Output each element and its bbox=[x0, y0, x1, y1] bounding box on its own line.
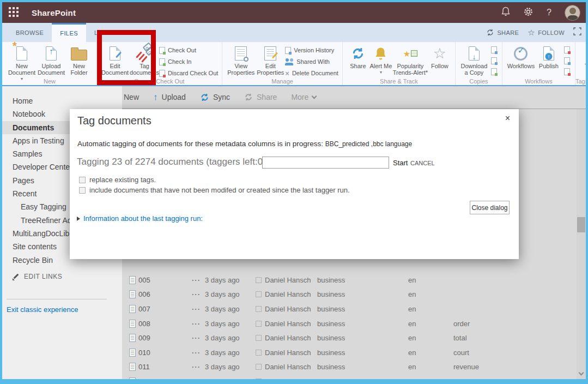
edit-links-button[interactable]: EDIT LINKS bbox=[13, 273, 62, 280]
check-in-button[interactable]: Check In bbox=[159, 57, 218, 67]
tab-library[interactable]: LIBRARY bbox=[86, 23, 130, 42]
table-row[interactable]: 011 ··· 3 days ago Daniel Hansch busines… bbox=[122, 360, 577, 375]
document-icon bbox=[129, 276, 136, 284]
send-copy-icon[interactable] bbox=[491, 68, 497, 75]
tag-documents-button[interactable]: Tag documents bbox=[130, 43, 159, 76]
row-menu-icon[interactable]: ··· bbox=[192, 334, 205, 342]
scrollbar-thumb[interactable] bbox=[577, 217, 585, 232]
follow-button[interactable]: ☆ FOLLOW bbox=[528, 28, 565, 37]
row-menu-icon[interactable]: ··· bbox=[192, 290, 205, 298]
row-checkbox[interactable] bbox=[256, 306, 262, 312]
share-toolbar-button[interactable]: Share bbox=[244, 93, 277, 101]
settings-gear-icon[interactable] bbox=[523, 7, 534, 19]
tab-files[interactable]: FILES bbox=[52, 23, 86, 42]
table-row[interactable]: 020 ··· 3 days ago Daniel Hansch enterta… bbox=[122, 374, 577, 379]
sidebar-divider bbox=[7, 299, 107, 299]
check-out-button[interactable]: Check Out bbox=[159, 45, 218, 55]
row-menu-icon[interactable]: ··· bbox=[192, 305, 205, 313]
row-checkbox[interactable] bbox=[256, 291, 262, 297]
document-icon bbox=[129, 334, 136, 342]
scroll-down-icon[interactable] bbox=[579, 370, 584, 376]
version-history-button[interactable]: Version History bbox=[285, 45, 338, 55]
upload-button[interactable]: ↑ Upload bbox=[153, 93, 186, 102]
alert-me-button[interactable]: Alert Me▾ bbox=[369, 43, 392, 76]
copy-variant-icon[interactable] bbox=[491, 57, 497, 64]
upload-document-icon: ↑ bbox=[46, 46, 57, 61]
row-menu-icon[interactable]: ··· bbox=[192, 349, 205, 357]
new-document-button[interactable]: * New Document▾ bbox=[7, 43, 37, 82]
approve-reject-icon[interactable] bbox=[564, 57, 570, 64]
edit-document-button[interactable]: Edit Document bbox=[100, 43, 130, 76]
app-launcher-icon[interactable] bbox=[9, 7, 20, 18]
cancel-approval-icon[interactable] bbox=[564, 68, 570, 75]
start-button[interactable]: Start bbox=[393, 159, 408, 167]
unpublish-icon[interactable] bbox=[564, 46, 570, 53]
last-tagging-run-link[interactable]: Information about the last tagging run: bbox=[77, 214, 203, 223]
focus-mode-icon[interactable] bbox=[573, 27, 581, 38]
popularity-trends-button[interactable]: ★ Popularity Trends-Alert* bbox=[392, 43, 428, 76]
expand-triangle-icon bbox=[77, 217, 80, 221]
sync-icon bbox=[200, 93, 209, 102]
view-properties-button[interactable]: View Properties bbox=[226, 43, 256, 76]
version-history-icon bbox=[285, 47, 291, 54]
follow-ribbon-button[interactable]: ☆ Follow bbox=[428, 43, 451, 69]
new-folder-button[interactable]: New Folder bbox=[66, 43, 92, 76]
folder-icon bbox=[71, 50, 87, 61]
cancel-button[interactable]: CANCEL bbox=[410, 160, 435, 166]
row-checkbox[interactable] bbox=[256, 364, 262, 370]
table-row[interactable]: 007 ··· 3 days ago Daniel Hansch busines… bbox=[122, 302, 577, 316]
user-avatar[interactable] bbox=[565, 5, 580, 21]
new-button[interactable]: + New bbox=[122, 92, 139, 102]
upload-document-button[interactable]: ↑ Upload Document bbox=[37, 43, 66, 76]
download-copy-icon: ↓ bbox=[469, 46, 480, 61]
table-row[interactable]: 006 ··· 3 days ago Daniel Hansch busines… bbox=[122, 287, 577, 302]
row-checkbox[interactable] bbox=[256, 277, 262, 283]
edit-properties-button[interactable]: Edit Properties bbox=[256, 43, 285, 76]
tags-notes-button[interactable]: Tags & Notes bbox=[579, 43, 588, 76]
shared-with-button[interactable]: Shared With bbox=[285, 57, 338, 67]
caret-down-icon: ▾ bbox=[380, 69, 382, 76]
delete-document-button[interactable]: ×Delete Document bbox=[285, 68, 338, 78]
dialog-progress-columns: BBC_predicted ,bbc language bbox=[325, 140, 412, 148]
notifications-bell-icon[interactable] bbox=[501, 7, 510, 19]
tab-browse[interactable]: BROWSE bbox=[8, 23, 52, 42]
table-row[interactable]: 005 ··· 3 days ago Daniel Hansch busines… bbox=[122, 273, 577, 287]
sidebar-item-home[interactable]: Home bbox=[2, 94, 122, 107]
view-properties-icon bbox=[235, 46, 247, 61]
workflows-button[interactable]: ✓ Workflows bbox=[506, 43, 536, 69]
check-in-icon bbox=[159, 58, 165, 65]
dialog-close-icon[interactable]: × bbox=[505, 113, 510, 123]
share-ribbon-button[interactable]: Share bbox=[347, 43, 369, 69]
row-menu-icon[interactable]: ··· bbox=[192, 320, 205, 328]
discard-check-out-button[interactable]: Discard Check Out bbox=[159, 68, 218, 78]
help-icon[interactable]: ? bbox=[547, 8, 551, 17]
row-menu-icon[interactable]: ··· bbox=[192, 363, 205, 371]
sync-button[interactable]: Sync bbox=[200, 93, 230, 102]
row-checkbox[interactable] bbox=[256, 335, 262, 341]
vertical-scrollbar[interactable] bbox=[577, 109, 586, 379]
publish-button[interactable]: ↑ Publish bbox=[536, 43, 562, 69]
table-row[interactable]: 008 ··· 3 days ago Daniel Hansch busines… bbox=[122, 316, 577, 331]
close-dialog-button[interactable]: Close dialog bbox=[470, 201, 510, 214]
row-checkbox[interactable] bbox=[256, 350, 262, 356]
chevron-down-icon bbox=[312, 93, 317, 99]
ribbon-group-workflows: ✓ Workflows ↑ Publish Workflows bbox=[502, 42, 575, 85]
row-menu-icon[interactable]: ··· bbox=[192, 377, 205, 379]
copy-icon[interactable] bbox=[491, 46, 497, 53]
row-checkbox[interactable] bbox=[256, 321, 262, 327]
row-checkbox[interactable] bbox=[256, 379, 262, 379]
replace-tags-checkbox[interactable] bbox=[79, 177, 86, 183]
table-row[interactable]: 010 ··· 3 days ago Daniel Hansch busines… bbox=[122, 345, 577, 360]
shared-with-icon bbox=[285, 58, 294, 65]
delete-x-icon: × bbox=[285, 70, 289, 77]
more-button[interactable]: More bbox=[291, 93, 316, 101]
share-button[interactable]: SHARE bbox=[486, 28, 519, 37]
exit-classic-link[interactable]: Exit classic experience bbox=[7, 305, 78, 314]
table-row[interactable]: 009 ··· 3 days ago Daniel Hansch busines… bbox=[122, 331, 577, 345]
download-a-copy-button[interactable]: ↓ Download a Copy bbox=[459, 43, 489, 76]
row-menu-icon[interactable]: ··· bbox=[192, 276, 205, 284]
tagger-input[interactable] bbox=[262, 157, 389, 169]
document-icon bbox=[129, 320, 136, 328]
include-unmodified-checkbox[interactable] bbox=[79, 187, 86, 194]
tag-documents-dialog: Tag documents × Automatic tagging of doc… bbox=[70, 109, 519, 259]
